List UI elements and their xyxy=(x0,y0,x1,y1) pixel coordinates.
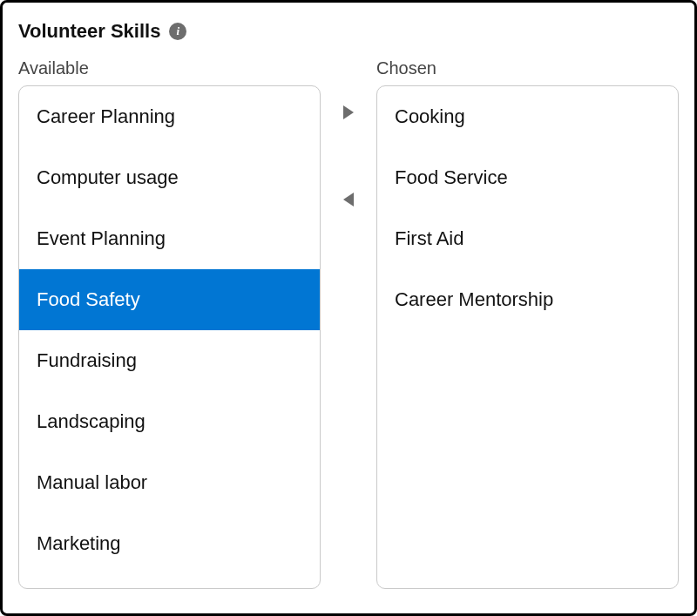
svg-marker-0 xyxy=(343,105,354,119)
available-item[interactable]: Fundraising xyxy=(19,330,320,391)
available-column: Available Career PlanningComputer usageE… xyxy=(18,58,321,589)
move-right-button[interactable] xyxy=(336,100,361,125)
chosen-item[interactable]: First Aid xyxy=(377,208,678,269)
volunteer-skills-picklist: Volunteer Skills i Available Career Plan… xyxy=(0,0,697,616)
available-item[interactable]: Landscaping xyxy=(19,391,320,452)
section-title: Volunteer Skills xyxy=(18,20,160,43)
info-icon[interactable]: i xyxy=(169,23,186,40)
chosen-listbox[interactable]: CookingFood ServiceFirst AidCareer Mento… xyxy=(376,85,679,589)
available-listbox[interactable]: Career PlanningComputer usageEvent Plann… xyxy=(18,85,321,589)
chosen-label: Chosen xyxy=(376,58,679,78)
chevron-left-icon xyxy=(341,191,356,208)
header: Volunteer Skills i xyxy=(18,20,679,43)
available-item[interactable]: Manual labor xyxy=(19,452,320,513)
available-label: Available xyxy=(18,58,321,78)
transfer-buttons xyxy=(328,58,369,212)
chosen-column: Chosen CookingFood ServiceFirst AidCaree… xyxy=(376,58,679,589)
available-item[interactable]: Food Safety xyxy=(19,269,320,330)
chevron-right-icon xyxy=(341,104,356,121)
available-item[interactable]: Event Planning xyxy=(19,208,320,269)
chosen-item[interactable]: Cooking xyxy=(377,86,678,147)
move-left-button[interactable] xyxy=(336,187,361,212)
chosen-item[interactable]: Food Service xyxy=(377,147,678,208)
dual-listbox: Available Career PlanningComputer usageE… xyxy=(18,58,679,589)
available-item[interactable]: Computer usage xyxy=(19,147,320,208)
svg-marker-1 xyxy=(343,193,354,206)
available-item[interactable]: Career Planning xyxy=(19,86,320,147)
chosen-item[interactable]: Career Mentorship xyxy=(377,269,678,330)
available-item[interactable]: Marketing xyxy=(19,513,320,574)
